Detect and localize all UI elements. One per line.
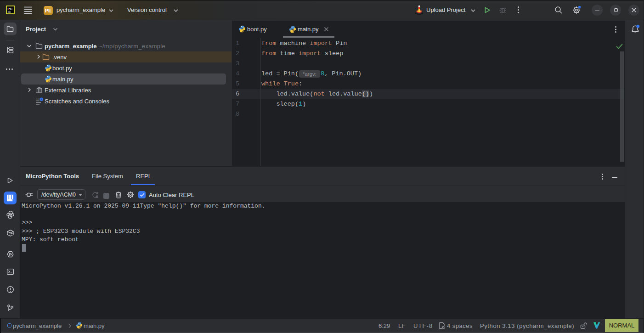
svg-text:PC: PC: [8, 7, 13, 11]
